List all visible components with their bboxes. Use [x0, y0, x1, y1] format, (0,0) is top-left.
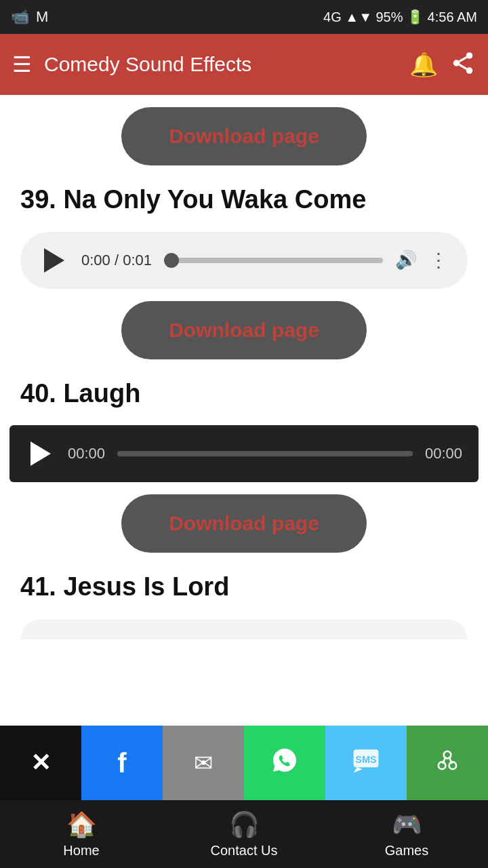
nav-home-label: Home	[63, 843, 99, 859]
email-icon: ✉	[194, 749, 213, 776]
app-bar-icons: 🔔	[409, 50, 476, 79]
share-more-button[interactable]	[407, 726, 488, 800]
play-button-39[interactable]	[39, 245, 69, 275]
gmail-icon: M	[36, 8, 48, 26]
bottom-nav: 🏠 Home 🎧 Contact Us 🎮 Games	[0, 800, 488, 868]
audio-progress-dot-39	[164, 253, 179, 268]
track-40-title: 40. Laugh	[0, 366, 488, 416]
audio-time-40-total: 00:00	[425, 445, 462, 462]
audio-time-40-current: 00:00	[68, 445, 105, 462]
facebook-icon: f	[117, 748, 126, 778]
download-page-button-39[interactable]: Download page	[121, 301, 367, 359]
main-content: Download page 39. Na Only You Waka Come …	[0, 107, 488, 789]
share-email-button[interactable]: ✉	[163, 726, 244, 800]
home-icon: 🏠	[66, 810, 97, 839]
hamburger-menu-icon[interactable]: ☰	[12, 52, 32, 77]
nav-games[interactable]: 🎮 Games	[325, 810, 488, 859]
audio-player-40: 00:00 00:00	[9, 425, 479, 482]
share-x-button[interactable]: ✕	[0, 726, 81, 800]
sms-icon: SMS	[352, 746, 380, 780]
status-bar: 📹 M 4G ▲▼ 95% 🔋 4:56 AM	[0, 0, 488, 34]
track-41-section: 41. Jesus Is Lord	[0, 559, 488, 639]
games-icon: 🎮	[392, 810, 422, 839]
track-40-section: 40. Laugh 00:00 00:00 Download page	[0, 366, 488, 553]
svg-point-2	[466, 67, 473, 73]
audio-player-39: 0:00 / 0:01 🔊 ⋮	[20, 232, 468, 289]
app-bar: ☰ Comedy Sound Effects 🔔	[0, 34, 488, 95]
download-btn-wrap-39: Download page	[0, 301, 488, 359]
nav-home[interactable]: 🏠 Home	[0, 810, 163, 859]
download-btn-wrap-top: Download page	[0, 107, 488, 165]
more-options-icon-39[interactable]: ⋮	[429, 249, 449, 271]
share-facebook-button[interactable]: f	[81, 726, 163, 800]
share-icon[interactable]	[450, 50, 476, 79]
camera-icon: 📹	[11, 8, 29, 26]
track-39-title: 39. Na Only You Waka Come	[0, 172, 488, 222]
svg-point-9	[449, 762, 457, 769]
svg-line-4	[460, 57, 467, 61]
play-icon-40	[30, 441, 51, 466]
more-share-icon	[433, 746, 462, 781]
svg-point-8	[439, 762, 446, 769]
notification-bell-icon[interactable]: 🔔	[409, 51, 438, 78]
audio-time-39: 0:00 / 0:01	[81, 252, 152, 269]
download-btn-wrap-40: Download page	[0, 494, 488, 553]
svg-point-0	[466, 52, 473, 59]
share-whatsapp-button[interactable]	[244, 726, 325, 800]
share-bar: ✕ f ✉ SMS	[0, 726, 488, 800]
share-sms-button[interactable]: SMS	[325, 726, 407, 800]
download-page-button-top[interactable]: Download page	[121, 107, 367, 165]
whatsapp-icon	[270, 746, 299, 781]
nav-contact-label: Contact Us	[211, 843, 278, 859]
svg-line-3	[460, 64, 467, 68]
nav-games-label: Games	[385, 843, 428, 859]
contact-icon: 🎧	[229, 810, 260, 839]
svg-point-1	[453, 60, 460, 66]
audio-progress-40[interactable]	[117, 451, 413, 456]
battery-icon: 4G ▲▼ 95% 🔋 4:56 AM	[323, 9, 477, 25]
audio-player-41-partial	[20, 619, 468, 639]
status-right-info: 4G ▲▼ 95% 🔋 4:56 AM	[323, 9, 477, 25]
volume-icon-39[interactable]: 🔊	[395, 250, 417, 271]
status-left-icons: 📹 M	[11, 8, 48, 26]
track-39-section: 39. Na Only You Waka Come 0:00 / 0:01 🔊 …	[0, 172, 488, 359]
svg-marker-7	[354, 768, 363, 773]
download-page-button-40[interactable]: Download page	[121, 494, 367, 553]
app-bar-left: ☰ Comedy Sound Effects	[12, 52, 251, 77]
nav-contact[interactable]: 🎧 Contact Us	[163, 810, 325, 859]
play-icon-39	[44, 248, 64, 273]
svg-text:SMS: SMS	[355, 754, 377, 765]
track-41-title: 41. Jesus Is Lord	[0, 559, 488, 610]
app-title: Comedy Sound Effects	[44, 53, 251, 76]
play-button-40[interactable]	[26, 439, 56, 469]
audio-progress-39[interactable]	[164, 258, 383, 263]
x-icon: ✕	[30, 749, 51, 777]
